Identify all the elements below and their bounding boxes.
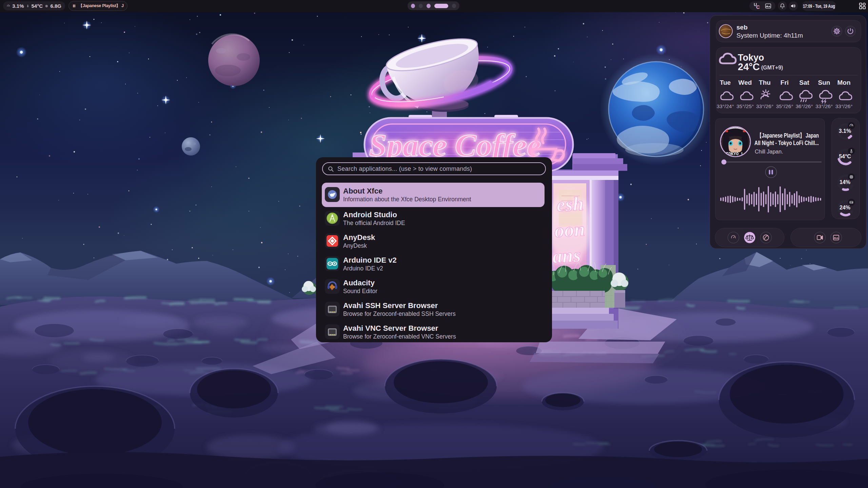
svg-text:oon: oon	[554, 218, 586, 242]
svg-text:esh: esh	[556, 192, 584, 216]
